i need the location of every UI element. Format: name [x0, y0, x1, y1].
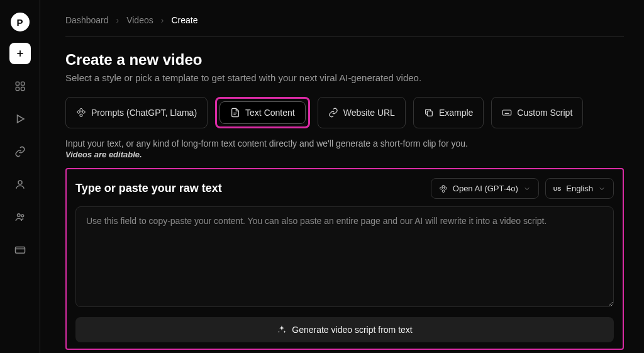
panel-title: Type or paste your raw text — [75, 182, 222, 195]
users-icon — [14, 211, 26, 223]
breadcrumb-item-create: Create — [171, 15, 197, 25]
user-icon — [14, 179, 26, 190]
page-subtitle: Select a style or pick a template to get… — [65, 72, 624, 83]
style-tabs: Prompts (ChatGPT, Llama) Text Content We… — [65, 97, 624, 128]
file-text-icon — [230, 108, 240, 118]
svg-rect-5 — [21, 87, 24, 91]
text-content-panel: Type or paste your raw text Open AI (GPT… — [65, 168, 624, 350]
svg-marker-6 — [17, 115, 24, 123]
panel-header: Type or paste your raw text Open AI (GPT… — [75, 178, 614, 199]
tab-website-url[interactable]: Website URL — [318, 97, 406, 128]
chevron-right-icon: › — [116, 15, 119, 25]
svg-rect-2 — [16, 82, 19, 85]
breadcrumb-item-videos[interactable]: Videos — [126, 15, 153, 25]
flag-icon: US — [553, 186, 562, 192]
chevron-down-icon — [598, 185, 606, 193]
svg-point-7 — [18, 181, 22, 184]
card-icon — [14, 244, 26, 255]
chevron-right-icon: › — [161, 15, 164, 25]
openai-icon — [439, 184, 448, 193]
helper-text: Input your text, or any kind of long-for… — [65, 138, 624, 148]
link-icon — [328, 108, 338, 118]
create-button[interactable] — [9, 43, 31, 64]
model-label: Open AI (GPT-4o) — [453, 184, 518, 193]
helper-note: Videos are editable. — [65, 150, 624, 159]
sidebar-item-dashboard[interactable] — [9, 76, 31, 97]
svg-point-9 — [21, 215, 23, 217]
keyboard-icon — [502, 108, 512, 118]
sparkle-icon — [277, 325, 287, 335]
model-select[interactable]: Open AI (GPT-4o) — [431, 178, 539, 199]
grid-icon — [14, 81, 26, 92]
svg-rect-15 — [503, 110, 511, 115]
language-label: English — [566, 184, 593, 193]
tab-label: Prompts (ChatGPT, Llama) — [91, 108, 197, 118]
page-title: Create a new video — [65, 51, 624, 69]
generate-button[interactable]: Generate video script from text — [75, 317, 614, 342]
sidebar: P — [0, 0, 40, 353]
sidebar-item-team[interactable] — [9, 206, 31, 228]
tab-label: Custom Script — [517, 108, 572, 118]
sidebar-item-videos[interactable] — [9, 108, 31, 130]
tab-text-content-highlight: Text Content — [215, 97, 310, 128]
tab-example[interactable]: Example — [413, 97, 484, 128]
svg-rect-14 — [427, 111, 432, 116]
app-logo[interactable]: P — [11, 13, 30, 31]
svg-point-8 — [17, 214, 20, 217]
tab-label: Website URL — [343, 108, 395, 118]
main-content: Dashboard › Videos › Create Create a new… — [40, 0, 644, 353]
svg-rect-10 — [15, 247, 25, 254]
openai-icon — [76, 108, 86, 118]
play-icon — [14, 113, 26, 125]
svg-rect-3 — [21, 82, 24, 85]
sidebar-item-billing[interactable] — [9, 239, 31, 261]
tab-prompts[interactable]: Prompts (ChatGPT, Llama) — [65, 97, 208, 128]
copy-icon — [424, 108, 434, 118]
generate-label: Generate video script from text — [292, 325, 412, 335]
sidebar-item-links[interactable] — [9, 141, 31, 162]
logo-letter: P — [16, 17, 23, 28]
breadcrumb-item-dashboard[interactable]: Dashboard — [65, 15, 109, 25]
tab-text-content[interactable]: Text Content — [219, 101, 306, 124]
panel-selectors: Open AI (GPT-4o) US English — [431, 178, 614, 199]
breadcrumb: Dashboard › Videos › Create — [65, 15, 624, 37]
chevron-down-icon — [523, 185, 531, 193]
tab-label: Example — [439, 108, 473, 118]
language-select[interactable]: US English — [545, 178, 614, 199]
sidebar-item-profile[interactable] — [9, 174, 31, 195]
link-icon — [14, 146, 26, 157]
svg-rect-4 — [16, 87, 19, 91]
plus-icon — [15, 48, 25, 59]
tab-custom-script[interactable]: Custom Script — [491, 97, 583, 128]
tab-label: Text Content — [245, 108, 295, 118]
raw-text-input[interactable] — [75, 206, 614, 307]
